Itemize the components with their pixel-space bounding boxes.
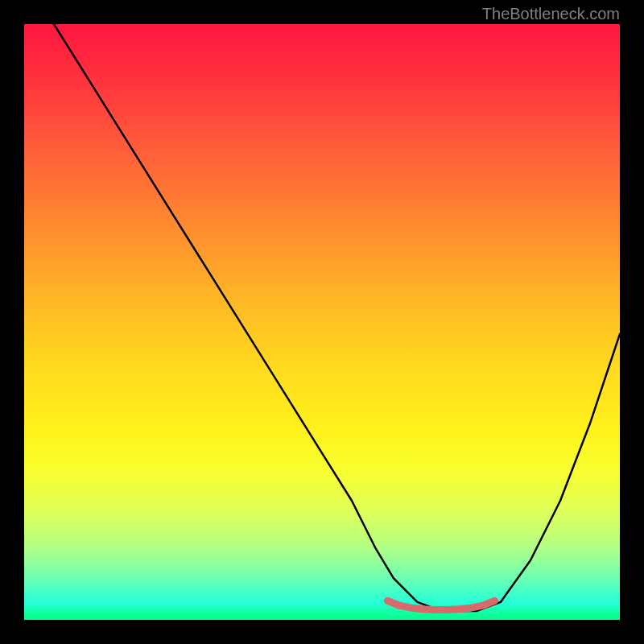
chart-container: TheBottleneck.com bbox=[0, 0, 644, 644]
highlight-segment bbox=[387, 601, 494, 609]
curve-svg bbox=[24, 24, 620, 620]
watermark-text: TheBottleneck.com bbox=[482, 5, 620, 23]
bottleneck-curve bbox=[54, 24, 620, 611]
plot-area bbox=[24, 24, 620, 620]
